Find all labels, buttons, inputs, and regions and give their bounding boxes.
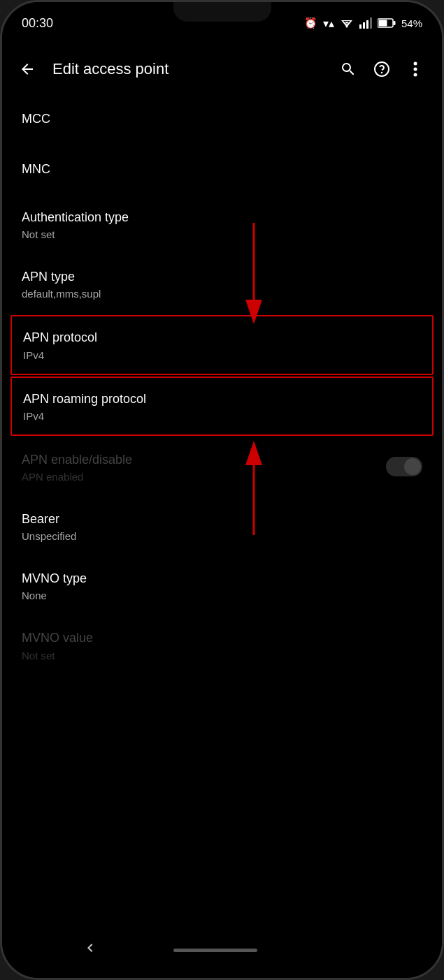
alarm-icon: ⏰ <box>304 17 317 29</box>
svg-rect-6 <box>366 20 368 29</box>
help-button[interactable] <box>366 54 397 85</box>
setting-item-apn-type[interactable]: APN type default,mms,supl <box>2 254 442 314</box>
setting-item-auth-type[interactable]: Authentication type Not set <box>2 195 442 254</box>
svg-rect-4 <box>359 24 361 29</box>
svg-rect-9 <box>393 21 395 25</box>
setting-label-bearer: Bearer <box>22 511 422 528</box>
setting-value-apn-type: default,mms,supl <box>22 288 422 300</box>
search-button[interactable] <box>333 54 364 85</box>
setting-value-apn-roaming: IPv4 <box>23 410 421 422</box>
svg-point-15 <box>414 73 417 77</box>
signal-icon <box>359 17 372 29</box>
setting-item-apn-roaming[interactable]: APN roaming protocol IPv4 <box>10 376 434 436</box>
setting-text-apn-enable: APN enable/disable APN enabled <box>22 451 132 483</box>
setting-item-apn-enable[interactable]: APN enable/disable APN enabled <box>2 437 442 497</box>
setting-value-apn-enable: APN enabled <box>22 471 132 483</box>
apn-enable-toggle[interactable] <box>386 457 422 476</box>
back-button[interactable] <box>13 55 41 83</box>
setting-value-bearer: Unspecified <box>22 530 422 542</box>
setting-item-apn-protocol[interactable]: APN protocol IPv4 <box>10 315 434 374</box>
page-title: Edit access point <box>52 60 322 78</box>
more-options-button[interactable] <box>400 54 431 85</box>
status-time: 00:30 <box>22 16 53 31</box>
svg-rect-7 <box>370 17 372 29</box>
setting-label-mnc: MNC <box>22 161 422 178</box>
setting-item-mcc[interactable]: MCC <box>2 94 442 145</box>
setting-value-mvno-value: Not set <box>22 650 422 661</box>
svg-rect-5 <box>363 22 365 29</box>
app-bar: Edit access point <box>2 44 442 94</box>
app-bar-actions <box>333 54 431 85</box>
content-area: MCC MNC Authentication type Not set APN … <box>2 94 442 922</box>
setting-label-apn-enable: APN enable/disable <box>22 451 132 469</box>
setting-item-mnc[interactable]: MNC <box>2 145 442 195</box>
setting-label-mvno-value: MVNO value <box>22 629 422 647</box>
setting-value-apn-protocol: IPv4 <box>23 349 421 361</box>
battery-percent: 54% <box>401 17 422 29</box>
svg-rect-10 <box>378 20 387 27</box>
battery-icon <box>378 18 396 28</box>
toggle-knob <box>404 458 421 475</box>
setting-label-apn-type: APN type <box>22 268 422 286</box>
wifi-signal-icon <box>340 17 354 29</box>
home-indicator <box>173 949 257 952</box>
setting-label-auth-type: Authentication type <box>22 209 422 226</box>
setting-item-bearer[interactable]: Bearer Unspecified <box>2 497 442 556</box>
setting-item-mvno-type[interactable]: MVNO type None <box>2 556 442 615</box>
nav-back-button[interactable] <box>82 939 99 960</box>
phone-shell: 00:30 ⏰ ▾▴ 54% <box>0 0 444 980</box>
setting-label-apn-roaming: APN roaming protocol <box>23 390 421 408</box>
svg-point-13 <box>414 62 417 66</box>
setting-label-apn-protocol: APN protocol <box>23 329 421 346</box>
bottom-nav-bar <box>2 922 442 978</box>
setting-label-mvno-type: MVNO type <box>22 570 422 587</box>
setting-value-auth-type: Not set <box>22 228 422 240</box>
setting-label-mcc: MCC <box>22 110 422 128</box>
setting-value-mvno-type: None <box>22 590 422 601</box>
setting-item-mvno-value[interactable]: MVNO value Not set <box>2 615 442 675</box>
svg-point-3 <box>345 26 348 28</box>
notch <box>173 2 271 22</box>
status-icons: ⏰ ▾▴ 54% <box>304 17 422 30</box>
svg-point-14 <box>414 68 417 71</box>
wifi-icon: ▾▴ <box>323 17 334 30</box>
